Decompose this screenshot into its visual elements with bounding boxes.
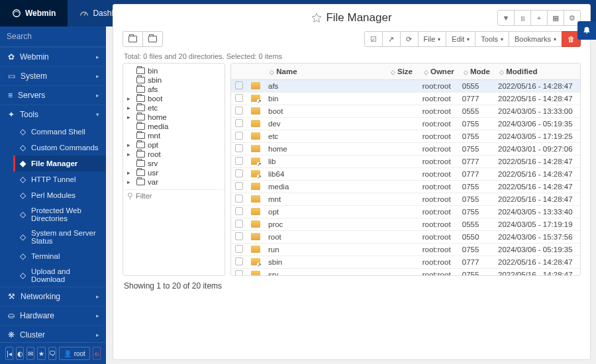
row-checkbox[interactable] (235, 169, 243, 177)
table-row[interactable]: opt root:root 0755 2024/03/05 - 13:33:40 (231, 206, 580, 218)
page-title-text: File Manager (326, 11, 391, 24)
tree-item[interactable]: ▸opt (124, 140, 223, 150)
table-row[interactable]: run root:root 0755 2024/03/06 - 05:19:35 (231, 244, 580, 256)
tools-menu[interactable]: Tools (475, 31, 509, 47)
table-row[interactable]: bin root:root 0777 2022/05/16 - 14:28:47 (231, 93, 580, 105)
nav-command-shell[interactable]: ◇Command Shell (13, 124, 106, 140)
row-checkbox[interactable] (235, 257, 243, 265)
col-owner[interactable]: ◇ Owner (419, 64, 458, 80)
file-menu[interactable]: File (418, 31, 447, 47)
nav-cluster[interactable]: ❋Cluster (0, 325, 106, 342)
row-checkbox[interactable] (235, 132, 243, 140)
table-row[interactable]: lib64 root:root 0777 2022/05/16 - 14:28:… (231, 168, 580, 181)
select-all-button[interactable]: ☑ (364, 31, 383, 47)
table-row[interactable]: proc root:root 0555 2024/03/05 - 17:19:1… (231, 218, 580, 231)
tree-item[interactable]: media (124, 122, 223, 131)
nav-servers[interactable]: ≡Servers (0, 85, 106, 105)
tab-webmin[interactable]: Webmin (0, 0, 68, 26)
up-button[interactable] (142, 31, 163, 47)
nav-system-status[interactable]: ◇System and Server Status (13, 226, 106, 248)
tree-item[interactable]: afs (124, 85, 223, 94)
nav-terminal[interactable]: ◇Terminal (13, 248, 106, 264)
table-row[interactable]: media root:root 0755 2022/05/16 - 14:28:… (231, 181, 580, 193)
tree-item[interactable]: ▸etc (124, 103, 223, 113)
tree-item[interactable]: bin (124, 66, 223, 75)
filter-button[interactable]: ▼ (497, 10, 515, 26)
row-checkbox[interactable] (235, 220, 243, 228)
mail-button[interactable]: ✉ (26, 347, 34, 360)
col-check[interactable] (231, 64, 247, 80)
deselect-button[interactable]: ↗ (382, 31, 401, 47)
edit-menu[interactable]: Edit (446, 31, 475, 47)
tree-item[interactable]: sbin (124, 75, 223, 85)
nav-custom-commands[interactable]: ◇Custom Commands (13, 140, 106, 156)
search-input[interactable] (7, 32, 106, 41)
row-checkbox[interactable] (235, 107, 243, 114)
nav-perl-modules[interactable]: ◇Perl Modules (13, 187, 106, 203)
language-button[interactable]: 🗨 (48, 347, 56, 360)
col-icon (247, 64, 264, 80)
table-row[interactable]: home root:root 0755 2024/03/01 - 09:27:0… (231, 143, 580, 156)
nav-file-manager[interactable]: ◆File Manager (13, 156, 106, 171)
table-row[interactable]: etc root:root 0755 2024/03/05 - 17:19:25 (231, 130, 580, 143)
columns-button[interactable]: ⫼ (514, 10, 531, 26)
nav-webmin[interactable]: ✿Webmin (0, 47, 106, 66)
col-mode[interactable]: ◇ Mode (458, 64, 494, 80)
tree-filter-input[interactable] (136, 192, 225, 200)
tree-item[interactable]: ▸usr (124, 168, 223, 177)
favorite-button[interactable]: ★ (37, 347, 45, 360)
tree-item[interactable]: srv (124, 159, 223, 168)
add-button[interactable]: + (530, 10, 548, 26)
nav-upload-download[interactable]: ◇Upload and Download (13, 264, 106, 287)
grid-view-button[interactable]: ▦ (547, 10, 564, 26)
user-button[interactable]: 👤root (59, 347, 90, 360)
tree-item-label: srv (148, 159, 158, 167)
tree-item[interactable]: mnt (124, 131, 223, 140)
nav-system[interactable]: ▭System (0, 66, 106, 85)
row-checkbox[interactable] (235, 207, 243, 215)
nav-tools[interactable]: ✦Tools (0, 105, 106, 124)
star-outline-icon[interactable] (311, 13, 322, 23)
row-checkbox[interactable] (235, 195, 243, 203)
table-row[interactable]: dev root:root 0755 2024/03/06 - 05:19:35 (231, 118, 580, 130)
nav-networking[interactable]: ⚒Networking (0, 287, 106, 306)
row-checkbox[interactable] (235, 232, 243, 240)
cell-size (385, 93, 419, 105)
row-checkbox[interactable] (235, 94, 243, 102)
table-row[interactable]: afs root:root 0555 2022/05/16 - 14:28:47 (231, 80, 580, 93)
table-row[interactable]: boot root:root 0555 2024/03/05 - 13:33:0… (231, 105, 580, 118)
row-checkbox[interactable] (235, 81, 243, 89)
cell-name: media (264, 181, 385, 193)
row-checkbox[interactable] (235, 144, 243, 152)
nav-protected-web[interactable]: ◇Protected Web Directories (13, 203, 106, 226)
nav-hardware[interactable]: ⛀Hardware (0, 306, 106, 325)
col-name[interactable]: ◇ Name (264, 64, 385, 80)
row-checkbox[interactable] (235, 157, 243, 165)
reload-button[interactable]: ⟳ (400, 31, 419, 47)
cluster-icon: ❋ (8, 330, 15, 340)
table-row[interactable]: lib root:root 0777 2022/05/16 - 14:28:47 (231, 156, 580, 168)
nav-http-tunnel[interactable]: ◇HTTP Tunnel (13, 171, 106, 187)
logout-button[interactable]: ⎋ (93, 347, 101, 360)
table-row[interactable]: sbin root:root 0777 2022/05/16 - 14:28:4… (231, 256, 580, 269)
collapse-sidebar-button[interactable]: |◂ (5, 347, 13, 360)
home-button[interactable] (123, 31, 143, 47)
col-modified[interactable]: ◇ Modified (494, 64, 580, 80)
tree-item[interactable]: ▸var (124, 177, 223, 187)
tree-item[interactable]: ▸boot (124, 94, 223, 103)
tree-item[interactable]: ▸home (124, 113, 223, 122)
col-size[interactable]: ◇ Size (385, 64, 419, 80)
row-checkbox[interactable] (235, 270, 243, 276)
row-checkbox[interactable] (235, 182, 243, 190)
notification-bell[interactable] (577, 21, 596, 40)
nav-label: Protected Web Directories (31, 206, 99, 222)
tree-item[interactable]: ▸root (124, 150, 223, 159)
row-checkbox[interactable] (235, 245, 243, 253)
row-checkbox[interactable] (235, 119, 243, 127)
bookmarks-menu[interactable]: Bookmarks (509, 31, 562, 47)
table-row[interactable]: srv root:root 0755 2022/05/16 - 14:28:47 (231, 269, 580, 277)
night-mode-button[interactable]: ◐ (16, 347, 24, 360)
cell-name: lib64 (264, 168, 385, 181)
table-row[interactable]: root root:root 0550 2024/03/06 - 15:37:5… (231, 231, 580, 244)
table-row[interactable]: mnt root:root 0755 2022/05/16 - 14:28:47 (231, 193, 580, 206)
